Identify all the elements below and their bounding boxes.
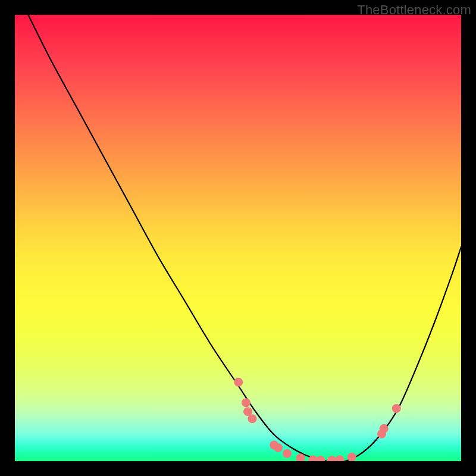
chart-frame: TheBottleneck.com [0, 0, 476, 476]
watermark-text: TheBottleneck.com [357, 2, 471, 18]
plot-background [15, 15, 461, 461]
